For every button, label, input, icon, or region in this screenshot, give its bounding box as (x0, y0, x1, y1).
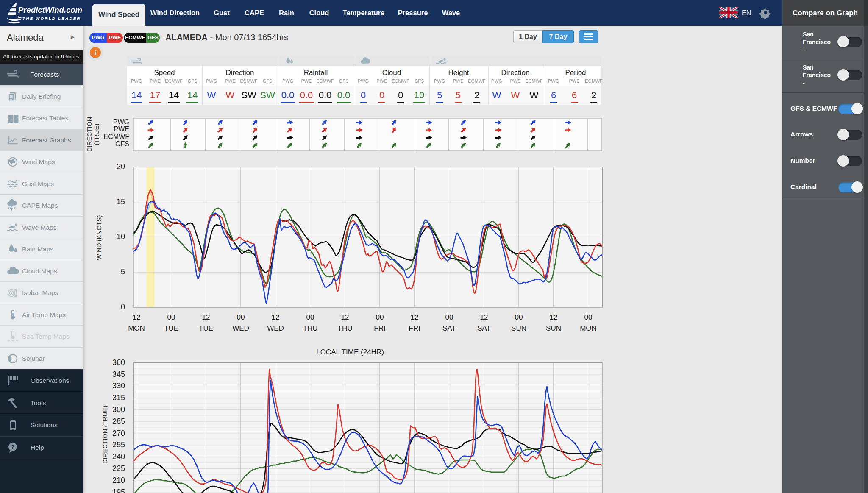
svg-text:PredictWind.com: PredictWind.com (18, 6, 82, 14)
svg-text:THE WORLD LEADER: THE WORLD LEADER (22, 16, 81, 21)
svg-text:?: ? (11, 443, 14, 450)
